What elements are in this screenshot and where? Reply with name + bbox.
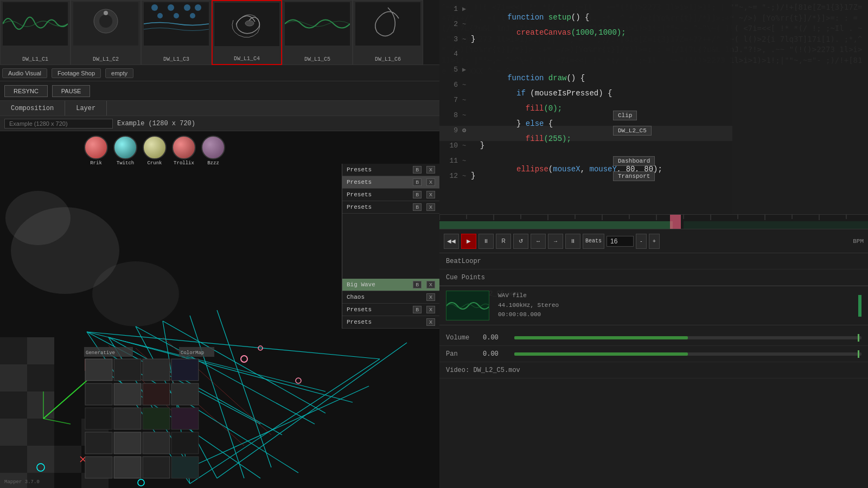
- code-line-1: 1 ▶ function setup() {: [439, 4, 732, 20]
- preset-x-6[interactable]: X: [426, 306, 435, 313]
- preset-search-value: Example (1280 x 720): [117, 120, 195, 127]
- volume-fill: [514, 336, 688, 339]
- resync-button[interactable]: RESYNC: [4, 85, 48, 97]
- prev-button[interactable]: ◀◀: [444, 234, 459, 249]
- volume-indicator: [858, 334, 859, 342]
- preset-item-6: Presets B X: [342, 304, 439, 316]
- beat-loop-label: BeatLoopr: [446, 258, 481, 265]
- pan-fill: [514, 352, 688, 356]
- preset-item-0: Presets B X: [342, 164, 439, 176]
- line-arrow-10: ~: [462, 142, 471, 150]
- knob-bzzz-label: Bzzz: [207, 160, 219, 166]
- preset-b-6[interactable]: B: [413, 306, 422, 313]
- svg-point-9: [195, 4, 201, 11]
- knob-rrik[interactable]: [84, 136, 108, 159]
- pan-value: 0.00: [483, 350, 510, 358]
- control-row: RESYNC PAUSE: [0, 81, 439, 101]
- line-arrow-5: ▶: [462, 66, 471, 74]
- line-num-10: 10: [442, 142, 458, 150]
- beats-plus[interactable]: +: [649, 234, 660, 249]
- tab-composition[interactable]: Composition: [0, 101, 65, 115]
- timeline-strip[interactable]: [439, 214, 868, 229]
- r-button[interactable]: R: [496, 234, 511, 249]
- wav-duration: 00:00:08.000: [498, 310, 559, 320]
- pause-button[interactable]: PAUSE: [52, 85, 90, 97]
- clip-thumb-6[interactable]: DW_L1_C6: [353, 0, 423, 65]
- line-arrow-12: ~: [462, 172, 471, 180]
- svg-rect-119: [684, 221, 868, 229]
- knob-crunk[interactable]: [143, 136, 167, 159]
- preset-x-7[interactable]: X: [426, 318, 435, 326]
- knob-rrik-container: Rrik: [84, 136, 108, 166]
- play-button[interactable]: ▶: [461, 234, 476, 249]
- svg-rect-92: [85, 457, 112, 478]
- svg-text:Generative: Generative: [86, 350, 115, 356]
- line-num-9: 9: [442, 126, 458, 134]
- line-arrow-8: ~: [462, 112, 471, 119]
- svg-point-14: [245, 21, 254, 26]
- beats-input[interactable]: [607, 236, 634, 247]
- pause2-button[interactable]: ⏸: [565, 234, 580, 249]
- code-editor: 1 ▶ function setup() { 2 ~ createCanvas(…: [439, 0, 732, 217]
- preset-x-chaos[interactable]: X: [426, 293, 435, 301]
- clip-thumb-5[interactable]: DW_L1_C5: [282, 0, 353, 65]
- line-num-3: 3: [442, 35, 458, 43]
- svg-text:ColorMap: ColorMap: [181, 350, 204, 356]
- clip-thumb-3[interactable]: DW_L1_C3: [141, 0, 212, 65]
- preset-b-0[interactable]: B: [413, 166, 422, 174]
- tag-audio-visual[interactable]: Audio Visual: [2, 68, 47, 78]
- beats-static-label: Beats: [583, 234, 604, 249]
- line-arrow-9: ⚙: [462, 126, 471, 134]
- clip-label-2: DW_L1_C2: [93, 56, 119, 62]
- line-num-6: 6: [442, 81, 458, 89]
- preset-x-2[interactable]: X: [426, 191, 435, 198]
- code-line-8: 8 ~ } else {: [439, 111, 732, 126]
- knob-twitch[interactable]: [113, 136, 137, 159]
- svg-rect-26: [0, 446, 27, 473]
- preset-b-1[interactable]: B: [413, 178, 422, 186]
- code-line-2: 2 ~ createCanvas(1000,1000);: [439, 20, 732, 35]
- volume-label: Volume: [446, 334, 478, 342]
- knob-twitch-label: Twitch: [117, 160, 134, 166]
- code-line-10: 10 ~ }: [439, 141, 732, 156]
- beats-minus[interactable]: -: [636, 234, 647, 249]
- cue-points-label: Cue Points: [446, 274, 485, 281]
- wav-sample-rate: 44.100kHz, Stereo: [498, 301, 559, 311]
- next-button[interactable]: →: [548, 234, 563, 249]
- clip-label-5: DW_L1_C5: [304, 56, 330, 62]
- preset-x-big-wave[interactable]: X: [426, 281, 435, 288]
- volume-bar[interactable]: [514, 336, 861, 339]
- clip-row: DW_L1_C1 DW_L1_C2: [0, 0, 439, 65]
- preset-search-input[interactable]: [4, 119, 113, 129]
- clip-thumb-4[interactable]: DW_L1_C4: [212, 0, 282, 65]
- preset-x-0[interactable]: X: [426, 166, 435, 174]
- knob-trollix[interactable]: [172, 136, 196, 159]
- svg-point-10: [157, 13, 163, 18]
- svg-rect-94: [143, 457, 170, 478]
- knob-bzzz[interactable]: [201, 136, 225, 159]
- preset-b-2[interactable]: B: [413, 191, 422, 198]
- preset-x-3[interactable]: X: [426, 203, 435, 211]
- tag-footage-shop[interactable]: Footage Shop: [52, 68, 101, 78]
- pan-bar[interactable]: [514, 352, 861, 356]
- preset-name-0: Presets: [347, 166, 372, 173]
- preset-x-1[interactable]: X: [426, 178, 435, 186]
- tab-layer[interactable]: Layer: [65, 101, 107, 115]
- svg-rect-22: [0, 391, 27, 419]
- line-num-5: 5: [442, 66, 458, 74]
- svg-rect-24: [0, 419, 27, 446]
- tag-empty[interactable]: empty: [105, 68, 133, 78]
- preset-b-big-wave[interactable]: B: [413, 281, 422, 288]
- pause-button-right[interactable]: ⏸: [478, 234, 494, 249]
- prev2-button[interactable]: ↔: [531, 234, 546, 249]
- loop-button[interactable]: ↺: [513, 234, 528, 249]
- clip-thumb-1[interactable]: DW_L1_C1: [0, 0, 71, 65]
- code-line-6: 6 ~ if (mouseIsPressed) {: [439, 80, 732, 95]
- line-num-7: 7: [442, 96, 458, 104]
- svg-rect-83: [171, 383, 199, 405]
- preset-b-3[interactable]: B: [413, 203, 422, 211]
- clip-thumb-2[interactable]: DW_L1_C2: [71, 0, 141, 65]
- clip-label-3: DW_L1_C3: [163, 56, 189, 62]
- transport-bar: ◀◀ ▶ ⏸ R ↺ ↔ → ⏸ Beats Beats - + BPM: [439, 229, 868, 253]
- wav-format: WAV file: [498, 291, 559, 301]
